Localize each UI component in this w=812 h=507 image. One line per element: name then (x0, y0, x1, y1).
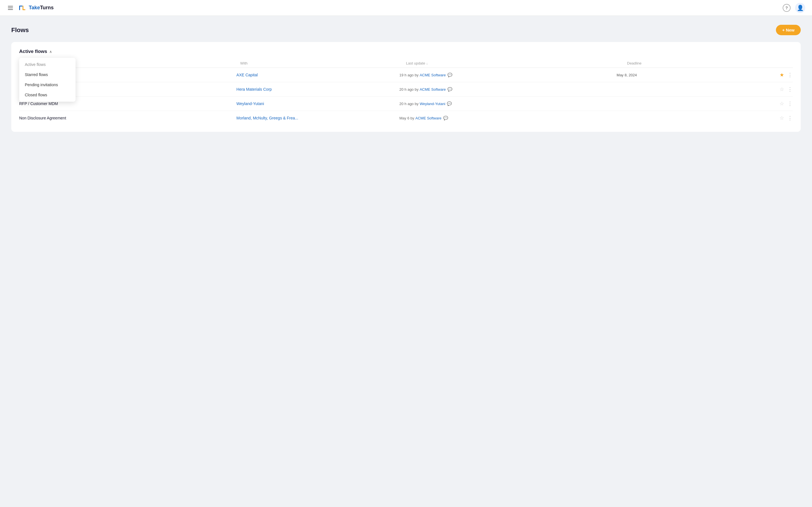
table-row: Security RFI... Hera Materials Corp 20 h… (19, 82, 793, 97)
page-header: Flows + New (11, 25, 801, 35)
table-body: Non Disclosu... AXE Capital 19 h ago by … (19, 68, 793, 125)
table-row: RFP / Customer MDM Weyland-Yutani 20 h a… (19, 97, 793, 111)
new-button[interactable]: + New (776, 25, 801, 35)
row-deadline-cell: May 8, 2024 (617, 73, 779, 77)
sort-down-icon: ↓ (426, 62, 428, 65)
table-header: Name With Last update ↓ Deadline (19, 59, 793, 68)
main-content: Flows + New Active flows ∧ Active flows … (0, 16, 812, 141)
header-right: ? 👤 (783, 3, 805, 13)
table-row: Non Disclosure Agreement Morland, McNult… (19, 111, 793, 125)
star-icon[interactable]: ☆ (779, 101, 784, 107)
star-icon[interactable]: ☆ (779, 86, 784, 93)
row-last-update: May 6 by ACME Software 💬 (400, 116, 617, 120)
chat-icon: 💬 (448, 87, 452, 92)
chevron-up-icon[interactable]: ∧ (49, 50, 52, 54)
row-with[interactable]: Morland, McNulty, Greegs & Frea... (237, 116, 400, 120)
row-name[interactable]: Non Disclosure Agreement (19, 116, 237, 120)
chat-icon: 💬 (448, 73, 452, 77)
chat-icon: 💬 (443, 116, 448, 120)
row-deadline: May 8, 2024 (617, 73, 637, 77)
logo-text: TakeTurns (29, 5, 54, 11)
col-header-with: With (240, 61, 406, 65)
menu-icon[interactable] (7, 5, 14, 11)
row-with[interactable]: AXE Capital (237, 73, 400, 77)
more-options-icon[interactable]: ⋮ (788, 86, 793, 93)
row-last-update: 19 h ago by ACME Software 💬 (400, 73, 617, 77)
svg-rect-3 (22, 9, 26, 10)
row-name[interactable]: RFP / Customer MDM (19, 101, 237, 106)
row-actions: ☆ ⋮ (779, 101, 793, 107)
more-options-icon[interactable]: ⋮ (788, 72, 793, 78)
flows-card: Active flows ∧ Active flows Starred flow… (11, 42, 801, 132)
row-update-by-link[interactable]: ACME Software (419, 73, 446, 77)
row-update-by-link[interactable]: Weyland-Yutani (419, 102, 445, 106)
row-last-update: 20 h ago by ACME Software 💬 (400, 87, 617, 92)
header-left: TakeTurns (7, 3, 54, 12)
star-icon[interactable]: ★ (779, 72, 784, 78)
svg-rect-1 (19, 6, 20, 10)
chat-icon: 💬 (447, 101, 452, 106)
row-update-by-link[interactable]: ACME Software (419, 87, 446, 92)
filter-dropdown: Active flows Starred flows Pending invit… (19, 58, 75, 102)
col-header-last-update[interactable]: Last update ↓ (406, 61, 627, 65)
star-icon[interactable]: ☆ (779, 115, 784, 121)
dropdown-item-closed-flows[interactable]: Closed flows (19, 90, 75, 100)
row-actions: ★ ⋮ (779, 72, 793, 78)
row-with[interactable]: Hera Materials Corp (237, 87, 400, 92)
more-options-icon[interactable]: ⋮ (788, 101, 793, 107)
page-title: Flows (11, 26, 29, 34)
row-update-by-link[interactable]: ACME Software (415, 116, 441, 120)
row-actions: ☆ ⋮ (779, 115, 793, 121)
flows-section-title[interactable]: Active flows (19, 49, 47, 54)
row-actions: ☆ ⋮ (779, 86, 793, 93)
dropdown-item-starred-flows[interactable]: Starred flows (19, 69, 75, 80)
help-icon[interactable]: ? (783, 4, 791, 12)
avatar[interactable]: 👤 (795, 3, 805, 13)
col-header-deadline: Deadline (627, 61, 793, 65)
logo[interactable]: TakeTurns (18, 3, 54, 12)
dropdown-item-active-flows[interactable]: Active flows (19, 59, 75, 69)
table-row: Non Disclosu... AXE Capital 19 h ago by … (19, 68, 793, 82)
dropdown-item-pending-invitations[interactable]: Pending invitations (19, 80, 75, 90)
row-last-update: 20 h ago by Weyland-Yutani 💬 (400, 101, 617, 106)
flows-section-header: Active flows ∧ Active flows Starred flow… (19, 49, 793, 54)
app-header: TakeTurns ? 👤 (0, 0, 812, 16)
more-options-icon[interactable]: ⋮ (788, 115, 793, 121)
row-with[interactable]: Weyland-Yutani (237, 101, 400, 106)
